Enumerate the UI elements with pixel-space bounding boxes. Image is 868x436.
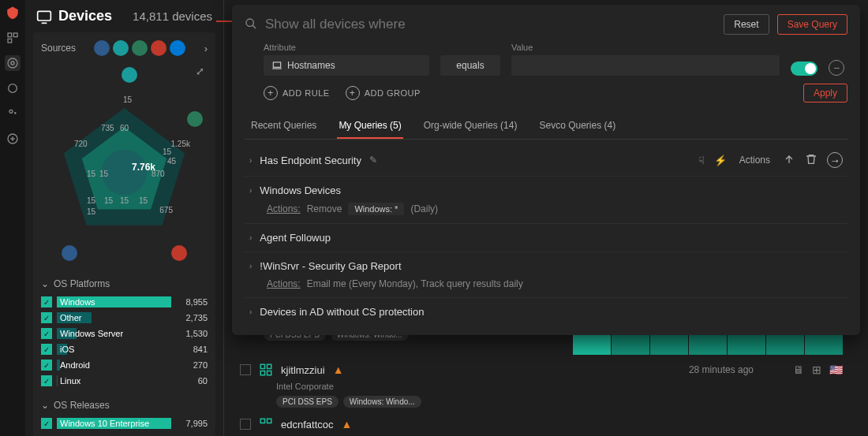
source-green-icon[interactable] xyxy=(132,40,148,56)
bolt-icon[interactable]: ⚡ xyxy=(714,155,727,166)
add-group-button[interactable]: +ADD GROUP xyxy=(346,86,421,100)
svg-rect-0 xyxy=(8,33,12,37)
run-query-button[interactable]: → xyxy=(827,152,843,168)
nav-users[interactable] xyxy=(5,106,21,121)
save-query-button[interactable]: Save Query xyxy=(777,14,847,35)
chevron-right-icon: › xyxy=(249,307,252,316)
value-field[interactable] xyxy=(511,55,780,76)
device-checkbox[interactable] xyxy=(240,419,251,430)
query-builder-panel: Reset Save Query Attribute Hostnames equ… xyxy=(232,5,860,335)
device-count: 14,811 devices xyxy=(133,9,212,23)
device-checkbox[interactable] xyxy=(240,364,251,375)
filter-checkbox[interactable]: ✓ xyxy=(41,344,52,355)
filter-row[interactable]: ✓ Windows 8,955 xyxy=(41,294,208,310)
edit-icon[interactable]: ✎ xyxy=(369,155,377,166)
nav-dashboard[interactable] xyxy=(5,30,21,46)
nav-devices[interactable] xyxy=(5,55,21,71)
saved-query-item[interactable]: › Windows Devices Actions: Remove Window… xyxy=(245,177,847,224)
saved-query-item[interactable]: › Agent Followup xyxy=(245,224,847,252)
apply-button[interactable]: Apply xyxy=(803,84,847,102)
svg-point-5 xyxy=(9,84,17,93)
source-teal-icon[interactable] xyxy=(113,40,129,56)
tab-recent[interactable]: Recent Queries xyxy=(249,114,318,139)
sources-label: Sources xyxy=(41,43,76,54)
hand-icon[interactable]: ☟ xyxy=(698,155,705,166)
filter-row[interactable]: ✓ Android 270 xyxy=(41,357,208,373)
os-platforms-filter: ⌄OS Platforms ✓ Windows 8,955 ✓ Other 2,… xyxy=(41,278,208,389)
filter-checkbox[interactable]: ✓ xyxy=(41,328,52,339)
nav-add[interactable] xyxy=(5,131,21,147)
source-crowdstrike-icon[interactable] xyxy=(151,40,166,56)
tab-org-queries[interactable]: Org-wide Queries (14) xyxy=(422,114,519,139)
svg-point-16 xyxy=(246,19,253,26)
monitor-icon: 🖥 xyxy=(793,363,804,376)
filter-checkbox[interactable]: ✓ xyxy=(41,296,52,307)
device-tag[interactable]: PCI DSS EPS xyxy=(276,396,339,408)
svg-rect-13 xyxy=(268,371,271,375)
remove-rule-button[interactable]: − xyxy=(829,60,844,76)
nav-rail xyxy=(0,0,25,436)
main-content: PCI DSS EPS Windows: Windo... kjitlmzziu… xyxy=(224,0,868,436)
device-tag[interactable]: Windows: Windo... xyxy=(343,396,421,408)
radar-chart: ⤢ 15 735 60 720 1.25k 15 xyxy=(41,62,208,267)
os-platforms-toggle[interactable]: ⌄OS Platforms xyxy=(41,278,208,289)
warning-icon: ▲ xyxy=(333,363,344,376)
filter-row[interactable]: ✓ Linux 60 xyxy=(41,373,208,389)
filter-row[interactable]: ✓ Other 2,735 xyxy=(41,310,208,326)
svg-point-3 xyxy=(8,58,17,68)
chevron-right-icon: › xyxy=(249,262,252,270)
device-row[interactable]: edcnfattcoc ▲ xyxy=(232,412,843,436)
device-icon xyxy=(259,363,273,377)
device-row[interactable]: kjitlmzziui ▲ 28 minutes ago 🖥 ⊞ 🇺🇸 xyxy=(232,358,843,382)
warning-icon: ▲ xyxy=(342,418,353,430)
tab-my-queries[interactable]: My Queries (5) xyxy=(337,114,402,139)
trash-icon[interactable] xyxy=(805,153,817,168)
sidebar: Devices 14,811 devices Sources › xyxy=(25,0,224,436)
filter-checkbox[interactable]: ✓ xyxy=(41,312,52,323)
filter-checkbox[interactable]: ✓ xyxy=(41,375,52,386)
svg-point-4 xyxy=(11,61,14,65)
filter-checkbox[interactable]: ✓ xyxy=(41,418,52,429)
saved-query-item[interactable]: › Devices in AD without CS protection xyxy=(245,298,847,326)
logo-icon[interactable] xyxy=(5,5,21,20)
sources-icons xyxy=(94,40,185,56)
query-search-input[interactable] xyxy=(265,17,716,32)
window-icon: ⊞ xyxy=(812,363,821,376)
chevron-right-icon: › xyxy=(249,156,252,165)
svg-rect-14 xyxy=(260,419,264,423)
os-releases-toggle[interactable]: ⌄OS Releases xyxy=(41,400,208,411)
operator-field[interactable]: equals xyxy=(440,55,500,76)
filter-row[interactable]: ✓ iOS 841 xyxy=(41,341,208,357)
os-releases-filter: ⌄OS Releases ✓ Windows 10 Enterprise 7,9… xyxy=(41,400,208,431)
device-icon xyxy=(259,417,273,431)
upload-icon[interactable] xyxy=(783,153,795,168)
saved-query-item[interactable]: › !WinSrvr - Security Gap Report Actions… xyxy=(245,252,847,298)
query-tabs: Recent Queries My Queries (5) Org-wide Q… xyxy=(245,114,847,140)
svg-rect-2 xyxy=(8,39,12,43)
flag-us-icon: 🇺🇸 xyxy=(829,363,843,376)
filter-row[interactable]: ✓ Windows 10 Enterprise 7,995 xyxy=(41,416,208,431)
add-rule-button[interactable]: +ADD RULE xyxy=(264,86,330,100)
rule-toggle[interactable] xyxy=(791,61,817,76)
svg-rect-8 xyxy=(38,11,51,20)
devices-icon xyxy=(36,9,52,24)
filter-row[interactable]: ✓ Windows Server 1,530 xyxy=(41,326,208,341)
source-malwarebytes-icon[interactable] xyxy=(94,40,110,56)
expand-icon[interactable]: ⤢ xyxy=(196,65,204,77)
filter-checkbox[interactable]: ✓ xyxy=(41,360,52,371)
source-windows-icon[interactable] xyxy=(170,40,185,56)
svg-rect-10 xyxy=(260,364,264,368)
attribute-field[interactable]: Hostnames xyxy=(264,55,429,76)
chevron-right-icon: › xyxy=(249,186,252,195)
svg-point-6 xyxy=(9,110,13,113)
reset-button[interactable]: Reset xyxy=(724,14,769,35)
saved-query-item[interactable]: › Has Endpoint Security ✎ ☟ ⚡ Actions → xyxy=(245,144,847,177)
svg-rect-11 xyxy=(268,364,271,368)
nav-reports[interactable] xyxy=(5,80,21,96)
search-icon xyxy=(245,17,257,32)
sources-expand[interactable]: › xyxy=(204,43,208,54)
tab-sevco-queries[interactable]: Sevco Queries (4) xyxy=(537,114,617,139)
svg-rect-12 xyxy=(260,371,264,375)
laptop-icon xyxy=(271,60,282,71)
page-title: Devices xyxy=(36,8,112,24)
